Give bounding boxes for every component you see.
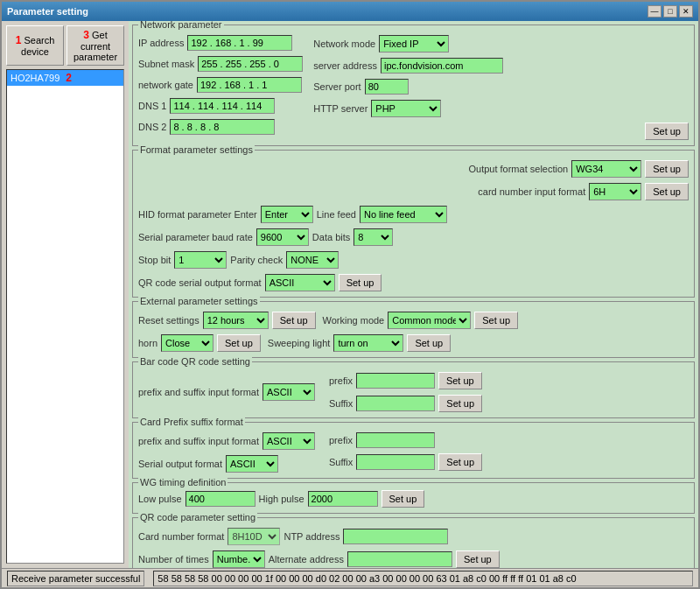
parity-label: Parity check — [230, 255, 283, 265]
maximize-button[interactable]: □ — [663, 5, 677, 18]
device-list-item[interactable]: HO2HA799 2 — [7, 70, 123, 86]
server-port-input[interactable] — [365, 79, 409, 95]
window-title: Parameter setting — [7, 6, 88, 17]
horn-select[interactable]: Close — [161, 334, 214, 352]
card-prefix2-input[interactable] — [356, 432, 435, 448]
status-text: Receive parameter successful — [11, 573, 140, 584]
qr-times-label: Number of times — [138, 554, 209, 564]
barcode-prefix2-label: prefix — [329, 375, 353, 386]
card-suffix-input[interactable] — [356, 454, 435, 470]
barcode-group: Bar code QR code setting prefix and suff… — [132, 361, 695, 418]
hid-select[interactable]: Enter — [261, 206, 313, 223]
output-select[interactable]: WG34 — [571, 160, 641, 178]
qr-card-format-select[interactable]: 8H10D — [228, 528, 280, 545]
high-pulse-input[interactable] — [308, 491, 378, 507]
main-content: 1 Search device 3 Get current parameter … — [2, 21, 698, 568]
qr-times-select[interactable]: Numbe... — [213, 550, 265, 568]
format-group-title: Format parameter settings — [138, 144, 255, 155]
qr-param-setup-btn[interactable]: Set up — [456, 550, 500, 568]
subnet-input[interactable] — [198, 56, 303, 72]
format-group: Format parameter settings Output format … — [132, 150, 695, 298]
card-suffix-label: Suffix — [329, 457, 353, 467]
dns1-label: DNS 1 — [138, 101, 166, 111]
barcode-prefix-label: prefix and suffix input format — [138, 387, 259, 397]
get-current-parameter-button[interactable]: 3 Get current parameter — [66, 25, 124, 66]
main-window: Parameter setting — □ ✕ 1 Search device … — [0, 0, 700, 589]
card-serial-select[interactable]: ASCII — [226, 455, 278, 473]
device-list: HO2HA799 2 — [6, 69, 124, 564]
status-text-section: Receive parameter successful — [7, 571, 144, 586]
window-controls: — □ ✕ — [648, 5, 693, 18]
qr-alt-addr-label: Alternate address — [269, 554, 344, 564]
hex-data: 58 58 58 58 00 00 00 00 1f 00 00 00 d0 0… — [158, 573, 576, 584]
barcode-prefix-select[interactable]: ASCII — [262, 383, 315, 401]
sweep-select[interactable]: turn on — [333, 334, 403, 352]
working-mode-select[interactable]: Common mode — [388, 312, 471, 329]
network-setup-button[interactable]: Set up — [645, 123, 689, 140]
linefeed-select[interactable]: No line feed — [360, 206, 447, 223]
card-format-label: card number input format — [478, 186, 585, 197]
format-setup-btn3[interactable]: Set up — [339, 274, 382, 291]
hex-data-section: 58 58 58 58 00 00 00 00 1f 00 00 00 d0 0… — [153, 571, 693, 586]
external-setup-btn4[interactable]: Set up — [407, 334, 451, 352]
card-prefix-setup-btn[interactable]: Set up — [438, 453, 482, 471]
server-addr-label: server address — [313, 60, 377, 71]
qr-ntp-label: NTP address — [284, 531, 340, 542]
card-prefix2-label: prefix — [329, 435, 353, 445]
card-prefix-group: Card Prefix suffix format prefix and suf… — [132, 422, 695, 479]
output-label: Output format selection — [468, 164, 568, 174]
search-device-button[interactable]: 1 Search device — [6, 25, 64, 66]
wg-group: WG timing definition Low pulse High puls… — [132, 482, 695, 514]
qr-ntp-input[interactable] — [343, 529, 448, 544]
linefeed-label: Line feed — [317, 209, 356, 220]
qr-param-group: QR code parameter setting Card number fo… — [132, 517, 695, 568]
format-setup-btn2[interactable]: Set up — [645, 183, 689, 200]
card-serial-label: Serial output format — [138, 459, 222, 469]
gateway-label: network gate — [138, 80, 193, 90]
server-port-label: Server port — [313, 81, 360, 92]
barcode-suffix-input[interactable] — [356, 396, 435, 411]
reset-select[interactable]: 12 hours — [203, 312, 269, 329]
working-mode-label: Working mode — [323, 315, 385, 326]
qr-card-format-label: Card number format — [138, 531, 224, 542]
hid-label: HID format parameter Enter — [138, 209, 257, 220]
baud-label: Serial parameter baud rate — [138, 232, 253, 242]
dns2-input[interactable] — [170, 119, 275, 135]
qr-alt-addr-input[interactable] — [347, 551, 452, 567]
gateway-input[interactable] — [197, 77, 302, 93]
ip-input[interactable] — [187, 35, 292, 51]
button-row: 1 Search device 3 Get current parameter — [6, 25, 124, 66]
close-button[interactable]: ✕ — [679, 5, 693, 18]
external-setup-btn3[interactable]: Set up — [217, 334, 261, 352]
http-server-select[interactable]: PHP — [371, 100, 441, 117]
databits-select[interactable]: 8 — [354, 228, 393, 246]
server-addr-input[interactable] — [381, 58, 503, 74]
network-group-title: Network parameter — [138, 21, 224, 30]
minimize-button[interactable]: — — [648, 5, 662, 18]
qr-serial-select[interactable]: ASCII — [265, 274, 335, 291]
qr-param-group-title: QR code parameter setting — [138, 512, 257, 522]
barcode-prefix-input[interactable] — [356, 373, 435, 389]
external-group: External parameter settings Reset settin… — [132, 301, 695, 358]
barcode-group-title: Bar code QR code setting — [138, 356, 252, 367]
baud-select[interactable]: 9600 — [256, 228, 309, 246]
format-setup-btn1[interactable]: Set up — [645, 160, 689, 178]
left-panel: 1 Search device 3 Get current parameter … — [2, 21, 129, 568]
dns1-input[interactable] — [170, 98, 275, 114]
card-prefix-format-select[interactable]: ASCII — [262, 432, 315, 450]
title-bar: Parameter setting — □ ✕ — [2, 2, 698, 21]
barcode-suffix-label: Suffix — [329, 398, 353, 409]
card-format-select[interactable]: 6H — [589, 183, 641, 200]
external-setup-btn2[interactable]: Set up — [474, 312, 518, 329]
low-pulse-input[interactable] — [186, 491, 256, 507]
barcode-setup-btn2[interactable]: Set up — [438, 395, 482, 412]
network-mode-label: Network mode — [313, 39, 375, 49]
barcode-setup-btn1[interactable]: Set up — [438, 372, 482, 389]
stopbit-select[interactable]: 1 — [174, 251, 227, 269]
subnet-label: Subnet mask — [138, 59, 194, 69]
external-setup-btn1[interactable]: Set up — [272, 312, 316, 329]
wg-setup-button[interactable]: Set up — [382, 490, 425, 508]
databits-label: Data bits — [312, 232, 350, 242]
parity-select[interactable]: NONE — [286, 251, 339, 269]
network-mode-select[interactable]: Fixed IP — [379, 35, 449, 53]
